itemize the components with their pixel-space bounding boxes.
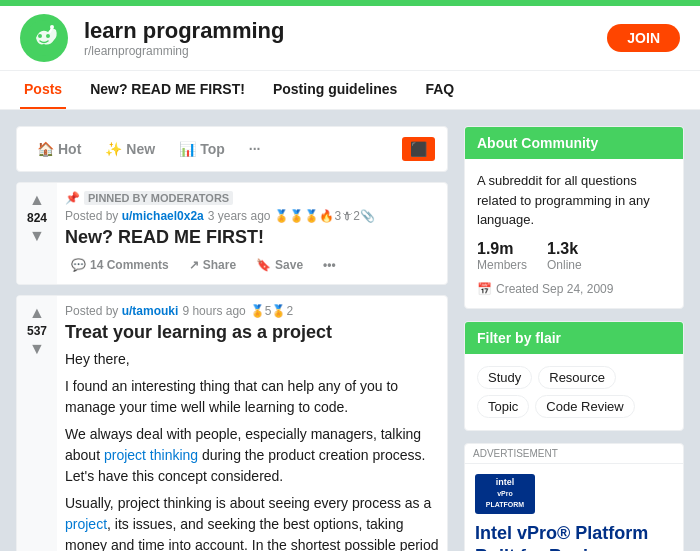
online-stat: 1.3k Online bbox=[547, 240, 582, 272]
body-p4: Usually, project thinking is about seein… bbox=[65, 493, 439, 551]
project-thinking-link[interactable]: project thinking bbox=[104, 447, 198, 463]
save-icon-pinned: 🔖 bbox=[256, 258, 271, 272]
main-column: 🏠 Hot ✨ New 📊 Top ··· ⬛ ▲ 824 ▼ bbox=[16, 126, 448, 551]
ad-label: ADVERTISEMENT bbox=[465, 444, 683, 464]
downvote-main[interactable]: ▼ bbox=[29, 340, 45, 358]
subreddit-slug: r/learnprogramming bbox=[84, 44, 591, 58]
downvote-pinned[interactable]: ▼ bbox=[29, 227, 45, 245]
upvote-main[interactable]: ▲ bbox=[29, 304, 45, 322]
chart-icon: 📊 bbox=[179, 141, 196, 157]
post-author-line-main: Posted by u/tamouki 9 hours ago 🏅5🏅2 bbox=[65, 304, 439, 318]
new-icon: ✨ bbox=[105, 141, 122, 157]
subnav: Posts New? READ ME FIRST! Posting guidel… bbox=[0, 71, 700, 110]
subnav-guidelines[interactable]: Posting guidelines bbox=[269, 71, 401, 109]
sidebar-stats: 1.9m Members 1.3k Online bbox=[477, 240, 671, 272]
body-p3: We always deal with people, especially m… bbox=[65, 424, 439, 487]
view-toggle[interactable]: ⬛ bbox=[402, 137, 435, 161]
vote-count-main: 537 bbox=[27, 324, 47, 338]
filter-header: Filter by flair bbox=[465, 322, 683, 354]
body-p2: I found an interesting thing that can he… bbox=[65, 376, 439, 418]
content-wrapper: 🏠 Hot ✨ New 📊 Top ··· ⬛ ▲ 824 ▼ bbox=[0, 110, 700, 551]
post-main: ▲ 537 ▼ Posted by u/tamouki 9 hours ago … bbox=[16, 295, 448, 551]
join-button[interactable]: JOIN bbox=[607, 24, 680, 52]
about-desc: A subreddit for all questions related to… bbox=[477, 171, 671, 230]
author-link-pinned[interactable]: u/michael0x2a bbox=[122, 209, 204, 223]
share-icon-pinned: ↗ bbox=[189, 258, 199, 272]
save-pinned[interactable]: 🔖 Save bbox=[250, 254, 309, 276]
members-label: Members bbox=[477, 258, 527, 272]
post-actions-pinned: 💬 14 Comments ↗ Share 🔖 Save ••• bbox=[65, 254, 439, 276]
post-body-main: Hey there, I found an interesting thing … bbox=[65, 349, 439, 551]
sort-new[interactable]: ✨ New bbox=[97, 135, 163, 163]
post-awards-pinned: 🏅🏅🏅🔥3🗡2📎 bbox=[274, 209, 374, 223]
pinned-label: PINNED BY MODERATORS bbox=[84, 191, 233, 205]
vote-count-pinned: 824 bbox=[27, 211, 47, 225]
subnav-readme[interactable]: New? READ ME FIRST! bbox=[86, 71, 249, 109]
online-value: 1.3k bbox=[547, 240, 582, 258]
post-awards-main: 🏅5🏅2 bbox=[250, 304, 293, 318]
body-p4-before: Usually, project thinking is about seein… bbox=[65, 495, 431, 511]
sort-more[interactable]: ··· bbox=[241, 135, 269, 163]
members-stat: 1.9m Members bbox=[477, 240, 527, 272]
about-header: About Community bbox=[465, 127, 683, 159]
upvote-pinned[interactable]: ▲ bbox=[29, 191, 45, 209]
post-time-main: 9 hours ago bbox=[182, 304, 245, 318]
post-title-main[interactable]: Treat your learning as a project bbox=[65, 322, 439, 343]
sidebar: About Community A subreddit for all ques… bbox=[464, 126, 684, 551]
share-pinned[interactable]: ↗ Share bbox=[183, 254, 242, 276]
post-meta-pinned: 📌 PINNED BY MODERATORS bbox=[65, 191, 439, 205]
filter-body: Study Resource Topic Code Review bbox=[465, 354, 683, 430]
post-title-pinned[interactable]: New? READ ME FIRST! bbox=[65, 227, 439, 248]
project-link[interactable]: project bbox=[65, 516, 107, 532]
vote-col-pinned: ▲ 824 ▼ bbox=[17, 183, 57, 284]
subreddit-title: learn programming bbox=[84, 18, 591, 44]
subreddit-logo bbox=[20, 14, 68, 62]
body-p1: Hey there, bbox=[65, 349, 439, 370]
header: learn programming r/learnprogramming JOI… bbox=[0, 6, 700, 71]
members-value: 1.9m bbox=[477, 240, 527, 258]
svg-point-2 bbox=[46, 34, 50, 38]
filter-card: Filter by flair Study Resource Topic Cod… bbox=[464, 321, 684, 431]
body-p4-after: , its issues, and seeking the best optio… bbox=[65, 516, 439, 551]
ad-body: intelvProPLATFORM Intel vPro® Platform B… bbox=[465, 464, 683, 552]
vote-col-main: ▲ 537 ▼ bbox=[17, 296, 57, 551]
post-time-pinned: 3 years ago bbox=[208, 209, 271, 223]
filter-tag-codereview[interactable]: Code Review bbox=[535, 395, 634, 418]
filter-tag-resource[interactable]: Resource bbox=[538, 366, 616, 389]
post-author-pinned: Posted by u/michael0x2a bbox=[65, 209, 204, 223]
more-pinned[interactable]: ••• bbox=[317, 254, 342, 276]
post-author-line-pinned: Posted by u/michael0x2a 3 years ago 🏅🏅🏅🔥… bbox=[65, 209, 439, 223]
svg-point-4 bbox=[50, 25, 54, 29]
header-info: learn programming r/learnprogramming bbox=[84, 18, 591, 58]
online-label: Online bbox=[547, 258, 582, 272]
sort-top[interactable]: 📊 Top bbox=[171, 135, 233, 163]
svg-point-1 bbox=[38, 34, 42, 38]
filter-tag-topic[interactable]: Topic bbox=[477, 395, 529, 418]
filter-tags: Study Resource Topic Code Review bbox=[477, 366, 671, 418]
comments-pinned[interactable]: 💬 14 Comments bbox=[65, 254, 175, 276]
subnav-posts[interactable]: Posts bbox=[20, 71, 66, 109]
post-pinned: ▲ 824 ▼ 📌 PINNED BY MODERATORS Posted by… bbox=[16, 182, 448, 285]
ad-card: ADVERTISEMENT intelvProPLATFORM Intel vP… bbox=[464, 443, 684, 552]
subnav-faq[interactable]: FAQ bbox=[421, 71, 458, 109]
intel-logo: intelvProPLATFORM bbox=[475, 474, 535, 514]
calendar-icon: 📅 bbox=[477, 282, 492, 296]
about-card: About Community A subreddit for all ques… bbox=[464, 126, 684, 309]
fire-icon: 🏠 bbox=[37, 141, 54, 157]
pinned-icon: 📌 bbox=[65, 191, 80, 205]
sidebar-created: 📅 Created Sep 24, 2009 bbox=[477, 282, 671, 296]
sort-hot[interactable]: 🏠 Hot bbox=[29, 135, 89, 163]
filter-tag-study[interactable]: Study bbox=[477, 366, 532, 389]
author-link-main[interactable]: u/tamouki bbox=[122, 304, 179, 318]
sort-bar: 🏠 Hot ✨ New 📊 Top ··· ⬛ bbox=[16, 126, 448, 172]
post-author-main: Posted by u/tamouki bbox=[65, 304, 178, 318]
post-content-pinned: 📌 PINNED BY MODERATORS Posted by u/micha… bbox=[57, 183, 447, 284]
ad-title[interactable]: Intel vPro® Platform Built for Business bbox=[475, 522, 673, 552]
comments-icon-pinned: 💬 bbox=[71, 258, 86, 272]
post-content-main: Posted by u/tamouki 9 hours ago 🏅5🏅2 Tre… bbox=[57, 296, 447, 551]
about-body: A subreddit for all questions related to… bbox=[465, 159, 683, 308]
